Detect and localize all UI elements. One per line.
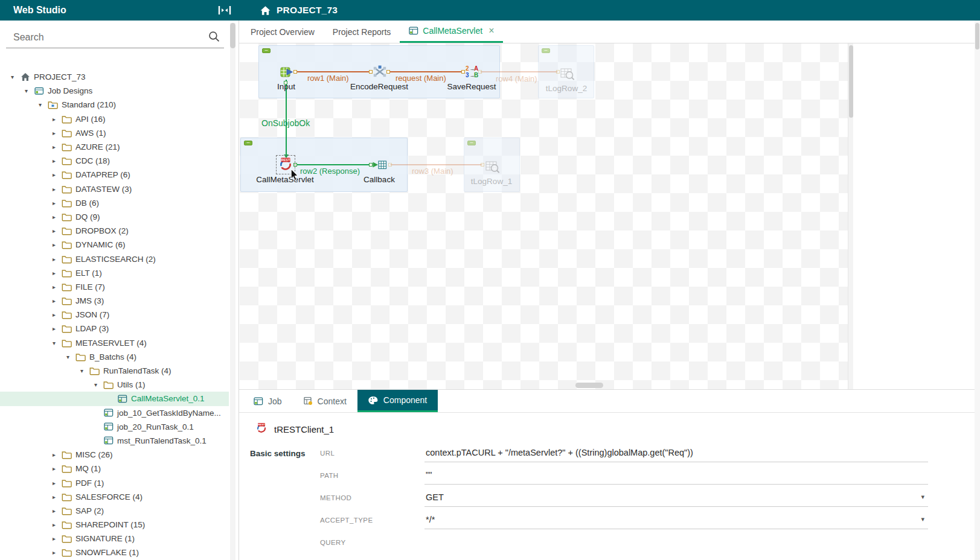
expand-arrow-icon[interactable]: ▸ bbox=[48, 465, 60, 472]
section-basic-settings[interactable]: Basic settings bbox=[250, 449, 320, 458]
subjob-collapse-icon[interactable]: – bbox=[542, 48, 550, 53]
tab-project-overview[interactable]: Project Overview bbox=[242, 21, 324, 43]
dropdown-chevron-icon[interactable]: ▾ bbox=[921, 515, 924, 523]
collapse-arrow-icon[interactable]: ▾ bbox=[62, 354, 74, 360]
connection-line-request-main[interactable] bbox=[388, 71, 463, 72]
expand-arrow-icon[interactable]: ▸ bbox=[48, 298, 60, 304]
sidebar-scrollbar[interactable] bbox=[230, 23, 235, 560]
connection-line-row2-response[interactable] bbox=[295, 164, 371, 165]
collapse-arrow-icon[interactable]: ▾ bbox=[34, 101, 46, 108]
job-design-canvas[interactable]: ––––row1 (Main)request (Main)row4 (Main)… bbox=[240, 43, 848, 389]
field-value-url[interactable]: context.pTACURL + "/metaServlet?" + ((St… bbox=[424, 444, 928, 462]
search-icon[interactable] bbox=[208, 30, 220, 45]
connector-port[interactable] bbox=[388, 163, 392, 167]
field-value-query[interactable] bbox=[424, 538, 928, 547]
tree-item-standard-210[interactable]: ▾Standard (210) bbox=[0, 98, 229, 112]
expand-arrow-icon[interactable]: ▸ bbox=[48, 521, 60, 528]
tree-item-dq-9[interactable]: ▸DQ (9) bbox=[0, 210, 229, 224]
tree-item-job-20-runtask-0-1[interactable]: job_20_RunTask_0.1 bbox=[0, 420, 229, 434]
component-callback[interactable]: Callback bbox=[371, 156, 387, 173]
tree-item-dynamic-6[interactable]: ▸DYNAMIC (6) bbox=[0, 238, 229, 252]
component-encoderequest[interactable]: EncodeRequest bbox=[371, 63, 387, 80]
tree-item-misc-26[interactable]: ▸MISC (26) bbox=[0, 448, 229, 462]
tree-item-runtalendtask-4[interactable]: ▾RunTalendTask (4) bbox=[0, 364, 229, 378]
expand-arrow-icon[interactable]: ▸ bbox=[48, 241, 60, 248]
tree-item-json-7[interactable]: ▸JSON (7) bbox=[0, 308, 229, 322]
collapse-arrow-icon[interactable]: ▾ bbox=[48, 340, 60, 346]
expand-arrow-icon[interactable]: ▸ bbox=[48, 480, 60, 486]
field-value-path[interactable]: "" bbox=[424, 466, 928, 485]
expand-arrow-icon[interactable]: ▸ bbox=[48, 535, 60, 542]
tree-item-elt-1[interactable]: ▸ELT (1) bbox=[0, 266, 229, 280]
tree-item-job-designs[interactable]: ▾Job Designs bbox=[0, 84, 229, 98]
tree-item-mq-1[interactable]: ▸MQ (1) bbox=[0, 462, 229, 476]
tree-item-api-16[interactable]: ▸API (16) bbox=[0, 112, 229, 126]
expand-arrow-icon[interactable]: ▸ bbox=[48, 256, 60, 262]
tree-item-snowflake-1[interactable]: ▸SNOWFLAKE (1) bbox=[0, 546, 229, 559]
tree-item-metaservlet-4[interactable]: ▾METASERVLET (4) bbox=[0, 336, 229, 350]
dropdown-chevron-icon[interactable]: ▾ bbox=[921, 493, 924, 501]
tree-item-sap-2[interactable]: ▸SAP (2) bbox=[0, 504, 229, 518]
tree-item-salesforce-4[interactable]: ▸SALESFORCE (4) bbox=[0, 490, 229, 504]
tree-item-utils-1[interactable]: ▾Utils (1) bbox=[0, 378, 229, 392]
tree-item-dataprep-6[interactable]: ▸DATAPREP (6) bbox=[0, 168, 229, 182]
expand-arrow-icon[interactable]: ▸ bbox=[48, 270, 60, 276]
tab-project-reports[interactable]: Project Reports bbox=[324, 21, 400, 43]
tree-item-azure-21[interactable]: ▸AZURE (21) bbox=[0, 140, 229, 154]
tree-item-callmetaservlet-0-1[interactable]: CallMetaServlet_0.1 bbox=[0, 392, 229, 406]
home-icon[interactable] bbox=[260, 5, 271, 16]
connection-line-row1-main[interactable] bbox=[295, 71, 371, 72]
expand-arrow-icon[interactable]: ▸ bbox=[48, 130, 60, 136]
properties-tab-component[interactable]: Component bbox=[357, 390, 438, 412]
component-saverequest[interactable]: 2→A3→BSaveRequest bbox=[464, 63, 479, 80]
tree-item-sharepoint-15[interactable]: ▸SHAREPOINT (15) bbox=[0, 518, 229, 532]
tab-callmetaservlet[interactable]: CallMetaServlet× bbox=[400, 21, 503, 43]
component-tlogrow-2[interactable]: tLogRow_2 bbox=[559, 65, 574, 82]
logrow-component-icon[interactable] bbox=[484, 158, 501, 175]
tree-item-job-10-gettaskidbyname[interactable]: job_10_GetTaskIdByName... bbox=[0, 406, 229, 420]
tree-item-dropbox-2[interactable]: ▸DROPBOX (2) bbox=[0, 224, 229, 238]
collapse-arrow-icon[interactable]: ▾ bbox=[75, 368, 88, 374]
tree-item-aws-1[interactable]: ▸AWS (1) bbox=[0, 126, 229, 140]
tree-item-ldap-3[interactable]: ▸LDAP (3) bbox=[0, 322, 229, 336]
tree-item-mst-runtalendtask-0-1[interactable]: mst_RunTalendTask_0.1 bbox=[0, 434, 229, 448]
expand-arrow-icon[interactable]: ▸ bbox=[48, 549, 60, 556]
component-tlogrow-1[interactable]: tLogRow_1 bbox=[484, 158, 499, 175]
tree-item-datastew-3[interactable]: ▸DATASTEW (3) bbox=[0, 182, 229, 196]
search-box[interactable] bbox=[6, 27, 224, 48]
xmap-component-icon[interactable] bbox=[371, 63, 388, 80]
tree-item-pdf-1[interactable]: ▸PDF (1) bbox=[0, 476, 229, 489]
tree-item-file-7[interactable]: ▸FILE (7) bbox=[0, 280, 229, 294]
expand-arrow-icon[interactable]: ▸ bbox=[48, 144, 60, 150]
tree-item-jms-3[interactable]: ▸JMS (3) bbox=[0, 294, 229, 308]
callback-component-icon[interactable] bbox=[371, 156, 388, 173]
collapse-panel-icon[interactable] bbox=[217, 5, 232, 15]
collapse-arrow-icon[interactable]: ▾ bbox=[6, 74, 19, 80]
canvas-vertical-scrollbar[interactable] bbox=[848, 43, 853, 389]
expand-arrow-icon[interactable]: ▸ bbox=[48, 284, 60, 290]
tree-item-cdc-18[interactable]: ▸CDC (18) bbox=[0, 154, 229, 168]
mapab-component-icon[interactable]: 2→A3→B bbox=[464, 63, 481, 80]
expand-arrow-icon[interactable]: ▸ bbox=[48, 214, 60, 220]
tree-item-db-6[interactable]: ▸DB (6) bbox=[0, 196, 229, 210]
tree-item-b-batchs-4[interactable]: ▾B_Batchs (4) bbox=[0, 350, 229, 364]
expand-arrow-icon[interactable]: ▸ bbox=[48, 311, 60, 318]
tree-item-elasticsearch-2[interactable]: ▸ELASTICSEARCH (2) bbox=[0, 252, 229, 266]
close-tab-icon[interactable]: × bbox=[488, 25, 494, 36]
collapse-arrow-icon[interactable]: ▾ bbox=[89, 381, 102, 388]
connection-line-row4-main[interactable] bbox=[480, 71, 558, 72]
tree-item-project-73[interactable]: ▾PROJECT_73 bbox=[0, 70, 229, 84]
expand-arrow-icon[interactable]: ▸ bbox=[48, 171, 60, 178]
logrow-component-icon[interactable] bbox=[559, 65, 575, 82]
subjob-collapse-icon[interactable]: – bbox=[467, 141, 476, 145]
field-value-method[interactable]: GET▾ bbox=[424, 488, 928, 507]
expand-arrow-icon[interactable]: ▸ bbox=[48, 200, 60, 206]
search-input[interactable] bbox=[13, 32, 208, 43]
expand-arrow-icon[interactable]: ▸ bbox=[48, 228, 60, 234]
component-input[interactable]: Input bbox=[278, 63, 294, 80]
subjob-collapse-icon[interactable]: – bbox=[244, 141, 252, 145]
panel-resize-handle[interactable] bbox=[575, 383, 603, 388]
input-component-icon[interactable] bbox=[278, 63, 295, 80]
properties-tab-job[interactable]: Job bbox=[243, 390, 293, 412]
expand-arrow-icon[interactable]: ▸ bbox=[48, 186, 60, 192]
